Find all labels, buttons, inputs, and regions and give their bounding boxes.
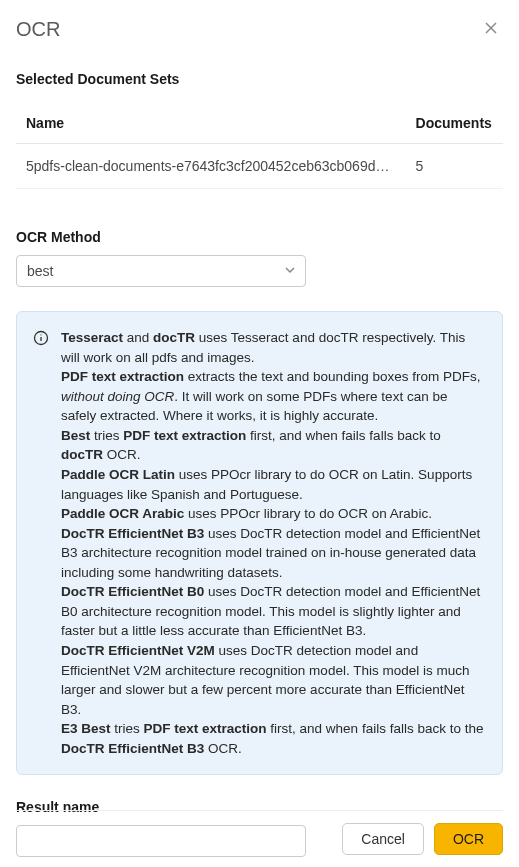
ocr-method-select[interactable]: best [16,255,306,287]
svg-point-4 [40,334,41,335]
ocr-method-label: OCR Method [16,229,503,245]
footer: Cancel OCR [16,810,503,855]
selected-sets-table: Name Documents 5pdfs-clean-documents-e76… [16,103,503,189]
col-documents: Documents [406,103,503,144]
selected-sets-heading: Selected Document Sets [16,71,503,87]
info-icon [33,330,49,758]
cancel-button[interactable]: Cancel [342,823,424,855]
table-row: 5pdfs-clean-documents-e7643fc3cf200452ce… [16,144,503,189]
ocr-method-value: best [27,263,53,279]
close-icon [483,20,499,36]
cell-documents: 5 [406,144,503,189]
cell-name: 5pdfs-clean-documents-e7643fc3cf200452ce… [16,144,406,189]
col-name: Name [16,103,406,144]
info-content: Tesseract and docTR uses Tesseract and d… [61,328,486,758]
ocr-button[interactable]: OCR [434,823,503,855]
info-box: Tesseract and docTR uses Tesseract and d… [16,311,503,775]
close-button[interactable] [479,16,503,43]
dialog-title: OCR [16,18,60,41]
